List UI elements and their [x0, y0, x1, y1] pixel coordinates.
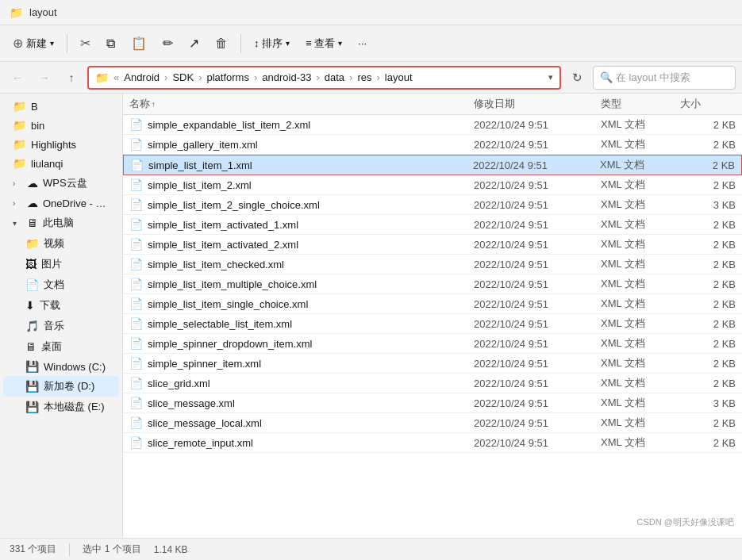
file-name-11: simple_spinner_dropdown_item.xml [148, 338, 312, 350]
sidebar-item-desktop[interactable]: 🖥桌面 [3, 336, 119, 357]
table-row[interactable]: 📄simple_list_item_activated_2.xml2022/10… [123, 235, 742, 255]
sidebar-item-liulanqi[interactable]: 📁liulanqi [3, 154, 119, 173]
refresh-button[interactable]: ↻ [566, 67, 588, 89]
sidebar-item-video[interactable]: 📁视频 [3, 233, 119, 254]
sort-button[interactable]: ↕ 排序 ▾ [248, 33, 296, 54]
sidebar-item-download[interactable]: ⬇下载 [3, 295, 119, 316]
addr-data[interactable]: data [325, 71, 344, 83]
file-type-9: XML 文档 [601, 297, 680, 311]
table-row[interactable]: 📄simple_list_item_multiple_choice.xml202… [123, 274, 742, 294]
more-button[interactable]: ··· [352, 34, 373, 52]
sidebar-item-newdrive[interactable]: 💾新加卷 (D:) [3, 376, 119, 397]
sidebar-item-bin[interactable]: 📁bin [3, 116, 119, 135]
file-size-11: 2 KB [680, 338, 736, 350]
sidebar-label-pictures: 图片 [41, 257, 62, 271]
sidebar-icon-liulanqi: 📁 [13, 157, 26, 170]
view-button[interactable]: ≡ 查看 ▾ [299, 33, 348, 54]
sidebar-item-wps[interactable]: ›☁WPS云盘 [3, 173, 119, 194]
sidebar-item-Highlights[interactable]: 📁Highlights [3, 135, 119, 154]
rename-button[interactable]: ✏ [156, 33, 179, 54]
addr-android[interactable]: Android [124, 71, 160, 83]
sidebar-item-docs[interactable]: 📄文档 [3, 274, 119, 295]
back-button[interactable]: ← [6, 67, 29, 89]
selected-size: 1.14 KB [154, 544, 188, 555]
file-type-3: XML 文档 [601, 178, 680, 192]
share-button[interactable]: ↗ [183, 33, 206, 54]
file-type-1: XML 文档 [601, 137, 680, 152]
toolbar-divider-1 [67, 34, 67, 53]
sidebar-icon-thispc: 🖥 [27, 217, 38, 229]
sidebar-item-pictures[interactable]: 🖼图片 [3, 254, 119, 274]
table-row[interactable]: 📄simple_list_item_2_single_choice.xml202… [123, 195, 742, 215]
sidebar-item-windrive[interactable]: 💾Windows (C:) [3, 357, 119, 376]
file-name-14: slice_message.xml [148, 397, 235, 409]
sidebar-label-bin: bin [31, 120, 44, 132]
expand-icon-onedrive: › [13, 199, 22, 208]
file-date-11: 2022/10/24 9:51 [474, 338, 601, 350]
table-row[interactable]: 📄simple_list_item_2.xml2022/10/24 9:51XM… [123, 175, 742, 195]
sidebar-label-thispc: 此电脑 [43, 216, 74, 230]
table-row[interactable]: 📄simple_list_item_activated_1.xml2022/10… [123, 215, 742, 235]
file-date-13: 2022/10/24 9:51 [474, 378, 601, 389]
sidebar-icon-docs: 📄 [25, 278, 39, 291]
file-size-8: 2 KB [680, 278, 736, 290]
file-type-16: XML 文档 [601, 435, 680, 450]
title-bar-icon: 📁 [10, 6, 23, 19]
paste-button[interactable]: 📋 [125, 33, 153, 54]
sidebar-item-localdrive[interactable]: 💾本地磁盘 (E:) [3, 397, 119, 417]
file-name-12: simple_spinner_item.xml [148, 358, 261, 370]
sidebar-icon-localdrive: 💾 [25, 401, 39, 413]
file-icon-16: 📄 [129, 436, 143, 449]
addr-sdk[interactable]: SDK [172, 71, 194, 83]
table-row[interactable]: 📄simple_selectable_list_item.xml2022/10/… [123, 314, 742, 334]
copy-button[interactable]: ⧉ [100, 33, 121, 54]
file-name-cell-7: 📄simple_list_item_checked.xml [129, 258, 474, 270]
file-size-2: 2 KB [679, 159, 735, 171]
sidebar: 📁B📁bin📁Highlights📁liulanqi›☁WPS云盘›☁OneDr… [0, 94, 123, 538]
table-row[interactable]: 📄simple_list_item_1.xml2022/10/24 9:51XM… [123, 155, 742, 175]
file-size-12: 2 KB [680, 358, 736, 370]
new-button[interactable]: ⊕ 新建 ▾ [6, 33, 60, 54]
addr-android33[interactable]: android-33 [262, 71, 311, 83]
file-icon-11: 📄 [129, 337, 143, 350]
table-row[interactable]: 📄simple_spinner_item.xml2022/10/24 9:51X… [123, 354, 742, 374]
table-row[interactable]: 📄simple_gallery_item.xml2022/10/24 9:51X… [123, 135, 742, 155]
up-button[interactable]: ↑ [60, 67, 83, 89]
col-size-header[interactable]: 大小 [680, 97, 736, 111]
sidebar-label-music: 音乐 [44, 319, 64, 333]
file-icon-7: 📄 [129, 258, 143, 270]
table-row[interactable]: 📄simple_list_item_single_choice.xml2022/… [123, 294, 742, 314]
sidebar-item-B[interactable]: 📁B [3, 97, 119, 116]
file-date-4: 2022/10/24 9:51 [474, 199, 601, 211]
sidebar-item-onedrive[interactable]: ›☁OneDrive - Pers [3, 194, 119, 213]
addr-dropdown-icon[interactable]: ▾ [548, 72, 553, 82]
table-row[interactable]: 📄slice_grid.xml2022/10/24 9:51XML 文档2 KB [123, 374, 742, 393]
status-bar: 331 个项目 选中 1 个项目 1.14 KB [0, 538, 742, 560]
file-name-cell-15: 📄slice_message_local.xml [129, 416, 474, 429]
table-row[interactable]: 📄slice_remote_input.xml2022/10/24 9:51XM… [123, 433, 742, 453]
sidebar-label-newdrive: 新加卷 (D:) [44, 379, 94, 393]
addr-layout[interactable]: layout [385, 71, 413, 83]
sidebar-icon-wps: ☁ [27, 177, 38, 190]
file-size-5: 2 KB [680, 219, 736, 231]
search-box[interactable]: 🔍 在 layout 中搜索 [593, 66, 736, 90]
table-row[interactable]: 📄simple_spinner_dropdown_item.xml2022/10… [123, 334, 742, 354]
cut-button[interactable]: ✂ [74, 33, 97, 54]
file-list-header: 名称 ↑ 修改日期 类型 大小 [123, 94, 742, 115]
sidebar-item-thispc[interactable]: ▾🖥此电脑 [3, 213, 119, 233]
addr-folder-icon: 📁 [95, 71, 109, 84]
address-bar[interactable]: 📁 « Android › SDK › platforms › android-… [87, 66, 561, 90]
table-row[interactable]: 📄simple_expandable_list_item_2.xml2022/1… [123, 115, 742, 135]
delete-button[interactable]: 🗑 [209, 33, 234, 54]
forward-button[interactable]: → [33, 67, 56, 89]
col-date-header[interactable]: 修改日期 [474, 97, 601, 111]
col-type-header[interactable]: 类型 [601, 97, 680, 111]
sidebar-item-music[interactable]: 🎵音乐 [3, 316, 119, 336]
col-name-header[interactable]: 名称 ↑ [129, 97, 474, 111]
table-row[interactable]: 📄slice_message_local.xml2022/10/24 9:51X… [123, 413, 742, 433]
rename-icon: ✏ [163, 36, 173, 51]
table-row[interactable]: 📄slice_message.xml2022/10/24 9:51XML 文档3… [123, 393, 742, 413]
addr-res[interactable]: res [357, 71, 371, 83]
table-row[interactable]: 📄simple_list_item_checked.xml2022/10/24 … [123, 255, 742, 274]
addr-platforms[interactable]: platforms [206, 71, 248, 83]
